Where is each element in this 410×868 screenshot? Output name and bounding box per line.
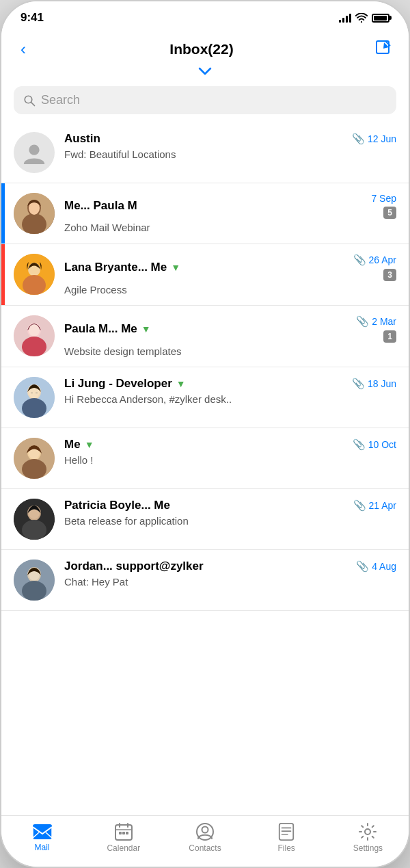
email-subject: Website design templates bbox=[64, 345, 396, 357]
date-area: 📎 4 Aug bbox=[356, 560, 396, 573]
email-item[interactable]: Paula M... Me ▼ 📎 2 Mar 1 Website design… bbox=[1, 306, 409, 367]
sender-name: Jordan... support@zylker bbox=[64, 560, 351, 573]
email-content: Lana Bryante... Me ▼ 📎 26 Apr 3 Agile Pr… bbox=[64, 254, 396, 295]
svg-rect-41 bbox=[126, 832, 128, 834]
flag-icon: ▼ bbox=[171, 262, 180, 273]
back-button[interactable]: ‹ bbox=[18, 37, 29, 62]
email-item[interactable]: Li Jung - Developer ▼ 📎 18 Jun Hi Rebecc… bbox=[1, 367, 409, 428]
avatar bbox=[14, 254, 55, 295]
search-bar[interactable]: Search bbox=[14, 86, 396, 114]
signal-bars-icon bbox=[339, 13, 351, 23]
flag-icon: ▼ bbox=[176, 378, 186, 389]
email-content: Paula M... Me ▼ 📎 2 Mar 1 Website design… bbox=[64, 315, 396, 357]
svg-point-14 bbox=[22, 337, 46, 356]
nav-item-calendar[interactable]: Calendar bbox=[83, 823, 164, 853]
sender-name: Austin bbox=[64, 132, 346, 146]
nav-item-mail[interactable]: Mail bbox=[1, 824, 83, 852]
status-time: 9:41 bbox=[20, 11, 44, 25]
svg-rect-34 bbox=[33, 824, 52, 839]
default-avatar-icon bbox=[21, 140, 47, 166]
email-subject: Hello ! bbox=[64, 454, 396, 466]
avatar bbox=[14, 193, 55, 234]
avatar bbox=[14, 315, 55, 356]
lijung-avatar bbox=[14, 377, 55, 418]
svg-point-0 bbox=[361, 21, 362, 23]
flag-icon: ▼ bbox=[85, 439, 94, 450]
dropdown-arrow[interactable] bbox=[1, 64, 409, 81]
svg-point-32 bbox=[22, 581, 46, 601]
attachment-icon: 📎 bbox=[356, 315, 369, 328]
nav-item-contacts[interactable]: Contacts bbox=[164, 823, 245, 853]
email-content: Li Jung - Developer ▼ 📎 18 Jun Hi Rebecc… bbox=[64, 377, 396, 405]
sender-name: Lana Bryante... Me ▼ bbox=[64, 261, 348, 274]
date-area: 📎 21 Apr bbox=[353, 499, 396, 512]
battery-icon bbox=[372, 14, 390, 23]
email-content: Patricia Boyle... Me 📎 21 Apr Beta relea… bbox=[64, 499, 396, 527]
nav-label-settings: Settings bbox=[353, 843, 383, 853]
email-item[interactable]: Jordan... support@zylker 📎 4 Aug Chat: H… bbox=[1, 550, 409, 611]
sender-name: Paula M... Me ▼ bbox=[64, 322, 351, 336]
svg-rect-44 bbox=[279, 824, 293, 840]
files-nav-icon bbox=[278, 823, 295, 841]
status-bar: 9:41 bbox=[1, 1, 409, 30]
search-bar-wrapper: Search bbox=[1, 81, 409, 122]
compose-button[interactable] bbox=[374, 39, 392, 60]
email-subject: Chat: Hey Pat bbox=[64, 576, 396, 588]
email-subject: Hi Rebecca Anderson, #zylker desk.. bbox=[64, 393, 396, 405]
email-content: Me ▼ 📎 10 Oct Hello ! bbox=[64, 438, 396, 466]
attachment-icon: 📎 bbox=[353, 499, 366, 512]
header: ‹ Inbox(22) bbox=[1, 30, 409, 64]
inbox-title: Inbox(22) bbox=[169, 41, 233, 57]
search-placeholder: Search bbox=[41, 93, 80, 107]
compose-icon bbox=[374, 39, 392, 57]
svg-point-24 bbox=[22, 459, 46, 479]
jordan-avatar bbox=[14, 560, 55, 601]
email-date: 26 Apr bbox=[369, 254, 396, 265]
email-item[interactable]: Austin 📎 12 Jun Fwd: Beautiful Locations bbox=[1, 122, 409, 183]
nav-label-mail: Mail bbox=[35, 843, 50, 852]
svg-point-18 bbox=[22, 398, 46, 418]
svg-rect-21 bbox=[36, 393, 38, 393]
mail-nav-icon bbox=[32, 824, 53, 840]
avatar bbox=[14, 438, 55, 479]
email-date: 2 Mar bbox=[372, 316, 396, 327]
date-area: 7 Sep 5 bbox=[371, 193, 396, 219]
date-area: 📎 26 Apr 3 bbox=[353, 254, 396, 281]
calendar-nav-icon bbox=[115, 823, 133, 841]
avatar bbox=[14, 132, 55, 173]
paula2-avatar bbox=[14, 315, 55, 356]
nav-item-settings[interactable]: Settings bbox=[327, 823, 409, 853]
sender-name: Li Jung - Developer ▼ bbox=[64, 377, 346, 391]
email-item[interactable]: Patricia Boyle... Me 📎 21 Apr Beta relea… bbox=[1, 489, 409, 550]
patricia-avatar bbox=[14, 499, 55, 540]
svg-rect-20 bbox=[31, 393, 33, 393]
nav-item-files[interactable]: Files bbox=[246, 823, 327, 853]
email-content: Me... Paula M 7 Sep 5 Zoho Mail Webinar bbox=[64, 193, 396, 233]
nav-label-calendar: Calendar bbox=[107, 843, 140, 853]
nav-label-contacts: Contacts bbox=[189, 843, 221, 853]
date-area: 📎 18 Jun bbox=[352, 378, 396, 390]
date-area: 📎 2 Mar 1 bbox=[356, 315, 396, 343]
me-avatar bbox=[14, 438, 55, 479]
date-area: 📎 10 Oct bbox=[353, 438, 396, 451]
sender-name: Me... Paula M bbox=[64, 199, 366, 213]
unread-indicator bbox=[1, 183, 5, 244]
thread-count: 5 bbox=[383, 207, 396, 219]
email-item[interactable]: Me ▼ 📎 10 Oct Hello ! bbox=[1, 428, 409, 489]
email-subject: Fwd: Beautiful Locations bbox=[64, 148, 396, 160]
date-area: 📎 12 Jun bbox=[352, 133, 396, 145]
email-content: Austin 📎 12 Jun Fwd: Beautiful Locations bbox=[64, 132, 396, 160]
flag-icon: ▼ bbox=[141, 324, 151, 334]
email-date: 12 Jun bbox=[368, 133, 396, 144]
svg-line-3 bbox=[31, 102, 35, 105]
attachment-icon: 📎 bbox=[353, 438, 366, 451]
email-date: 7 Sep bbox=[371, 193, 396, 204]
email-date: 10 Oct bbox=[368, 439, 396, 450]
email-item[interactable]: Me... Paula M 7 Sep 5 Zoho Mail Webinar bbox=[1, 183, 409, 244]
email-item[interactable]: Lana Bryante... Me ▼ 📎 26 Apr 3 Agile Pr… bbox=[1, 244, 409, 306]
email-date: 21 Apr bbox=[369, 500, 396, 511]
sender-name: Me ▼ bbox=[64, 438, 347, 451]
email-date: 18 Jun bbox=[368, 378, 396, 389]
avatar bbox=[14, 377, 55, 418]
paula-avatar bbox=[14, 193, 55, 234]
